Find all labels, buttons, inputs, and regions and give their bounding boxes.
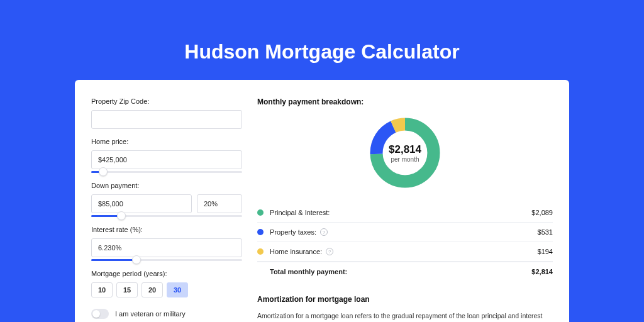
info-icon[interactable]: ? <box>326 248 333 255</box>
rate-slider-thumb[interactable] <box>132 255 141 264</box>
inputs-column: Property Zip Code: Home price: Down paym… <box>91 97 242 322</box>
breakdown-row-pi: Principal & Interest:$2,089 <box>257 203 553 222</box>
breakdown-rows: Principal & Interest:$2,089Property taxe… <box>257 203 553 262</box>
period-pill-15[interactable]: 15 <box>116 282 138 297</box>
donut-center: $2,814 per month <box>367 115 443 191</box>
veteran-label: I am veteran or military <box>115 310 186 318</box>
rate-label: Interest rate (%): <box>91 226 242 233</box>
donut-wrap: $2,814 per month <box>257 115 553 191</box>
dp-label: Down payment: <box>91 182 242 189</box>
total-value: $2,814 <box>531 268 553 275</box>
veteran-toggle[interactable] <box>91 309 109 319</box>
breakdown-row-ins: Home insurance:?$194 <box>257 242 553 261</box>
amortization-heading: Amortization for mortgage loan <box>257 295 553 304</box>
row-value: $194 <box>538 248 553 255</box>
veteran-row: I am veteran or military <box>91 309 242 319</box>
donut-chart: $2,814 per month <box>367 115 443 191</box>
price-label: Home price: <box>91 138 242 145</box>
price-input[interactable] <box>91 150 242 169</box>
calculator-panel: Property Zip Code: Home price: Down paym… <box>75 80 569 322</box>
breakdown-column: Monthly payment breakdown: $2,814 per mo… <box>257 97 553 322</box>
veteran-toggle-knob <box>92 310 100 318</box>
row-label: Principal & Interest: <box>270 209 330 216</box>
dot-ins <box>257 248 264 255</box>
rate-group: Interest rate (%): <box>91 226 242 261</box>
row-value: $531 <box>538 228 553 236</box>
dot-tax <box>257 229 264 235</box>
rate-slider-fill <box>91 259 136 261</box>
period-pill-30[interactable]: 30 <box>167 282 188 297</box>
dp-amount-input[interactable] <box>91 194 192 213</box>
page-title: Hudson Mortgage Calculator <box>0 0 644 80</box>
amortization-section: Amortization for mortgage loan Amortizat… <box>257 295 553 322</box>
total-row: Total monthly payment: $2,814 <box>257 262 553 281</box>
breakdown-heading: Monthly payment breakdown: <box>257 97 553 106</box>
donut-sub: per month <box>391 156 419 163</box>
period-group: Mortgage period (years): 10152030 <box>91 270 242 297</box>
dp-percent-input[interactable] <box>197 194 242 213</box>
rate-slider[interactable] <box>91 259 242 261</box>
zip-label: Property Zip Code: <box>91 97 242 105</box>
period-pill-20[interactable]: 20 <box>142 282 163 297</box>
breakdown-row-tax: Property taxes:?$531 <box>257 222 553 242</box>
row-label: Property taxes: <box>270 228 316 236</box>
dp-group: Down payment: <box>91 182 242 217</box>
zip-group: Property Zip Code: <box>91 97 242 129</box>
row-value: $2,089 <box>531 209 553 216</box>
dp-slider-thumb[interactable] <box>117 211 126 220</box>
dp-slider[interactable] <box>91 215 242 217</box>
donut-value: $2,814 <box>389 143 421 156</box>
price-slider[interactable] <box>91 171 242 173</box>
row-label: Home insurance: <box>270 248 322 255</box>
period-pill-10[interactable]: 10 <box>91 282 113 297</box>
rate-input[interactable] <box>91 238 242 257</box>
amortization-body: Amortization for a mortgage loan refers … <box>257 311 553 322</box>
zip-input[interactable] <box>91 110 242 129</box>
dot-pi <box>257 209 264 216</box>
period-label: Mortgage period (years): <box>91 270 242 277</box>
total-label: Total monthly payment: <box>270 268 347 275</box>
period-pills: 10152030 <box>91 282 242 297</box>
price-slider-thumb[interactable] <box>99 167 108 176</box>
price-group: Home price: <box>91 138 242 173</box>
info-icon[interactable]: ? <box>320 228 328 236</box>
